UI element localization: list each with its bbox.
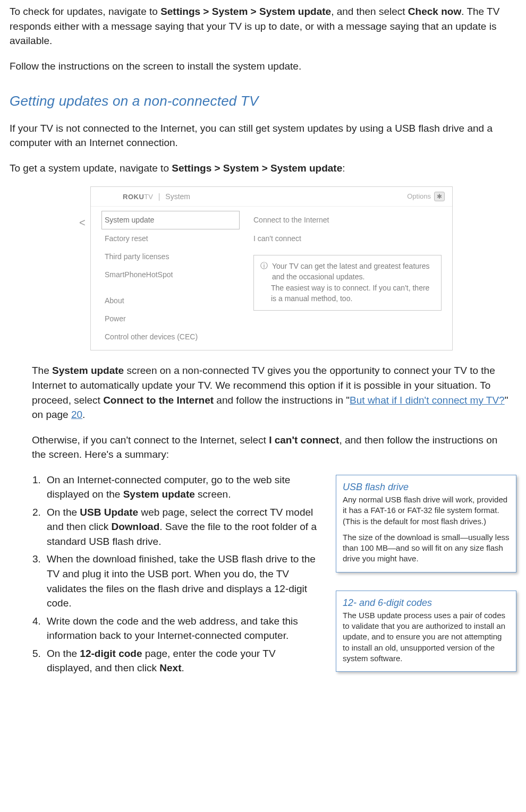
tv-left-menu: System update Factory reset Third party … [91, 207, 240, 350]
tv-right-pane: Connect to the Internet I can't connect … [240, 207, 452, 350]
callout-text: Any normal USB flash drive will work, pr… [343, 494, 510, 527]
cross-ref-link[interactable]: But what if I didn't connect my TV? [350, 395, 505, 406]
step-3: When the download finished, take the USB… [44, 552, 325, 613]
text: : [342, 163, 345, 174]
nav-path: Settings > System > System update [160, 6, 331, 17]
tv-settings-screenshot: ROKUTV | System Options ✱ < System updat… [90, 186, 453, 351]
tv-breadcrumb: ROKUTV | System [123, 191, 190, 202]
tv-options: Options ✱ [407, 192, 445, 202]
nav-path: Settings > System > System update [172, 163, 342, 174]
callout-title: USB flash drive [343, 481, 510, 493]
crumb-system: System [165, 192, 190, 201]
menu-item-third-party: Third party licenses [101, 247, 240, 266]
check-now-label: Check now [408, 6, 461, 17]
text: On the [47, 507, 80, 518]
text: and follow the instructions in " [214, 395, 350, 406]
tv-body: < System update Factory reset Third part… [91, 207, 452, 350]
text-bold: I can't connect [269, 434, 339, 446]
callout-text: The USB update process uses a pair of co… [343, 610, 510, 664]
intro-paragraph-1: To check for updates, navigate to Settin… [10, 4, 516, 48]
callout-text: The size of the download is small—usuall… [343, 532, 510, 565]
callout-usb-flash-drive: USB flash drive Any normal USB flash dri… [336, 475, 516, 572]
text: On the [47, 648, 80, 659]
tv-info-box: ⓘ Your TV can get the latest and greates… [253, 255, 442, 311]
text: . [82, 409, 85, 420]
step-5: On the 12-digit code page, enter the cod… [44, 646, 325, 679]
text: screen. [195, 489, 231, 500]
callout-12-6-codes: 12- and 6-digit codes The USB update pro… [336, 591, 516, 672]
pipe-icon: | [158, 192, 160, 201]
menu-item-cec: Control other devices (CEC) [101, 328, 240, 346]
step-2: On the USB Update web page, select the c… [44, 505, 325, 552]
after-screenshot-paragraph-1: The System update screen on a non-connec… [32, 363, 511, 422]
menu-item-factory-reset: Factory reset [101, 229, 240, 247]
option-cant-connect: I can't connect [253, 229, 442, 247]
step-4: Write down the code and the web address,… [44, 614, 325, 646]
text-bold: System update [123, 489, 195, 500]
brand-thin: TV [144, 193, 153, 201]
text-bold: USB Update [80, 507, 138, 518]
menu-separator [101, 284, 240, 292]
intro-paragraph-2: Follow the instructions on the screen to… [10, 59, 516, 74]
text-bold: Next [159, 662, 181, 673]
tv-topbar: ROKUTV | System Options ✱ [91, 187, 452, 207]
text: Otherwise, if you can't connect to the I… [32, 434, 269, 446]
menu-item-system-update: System update [101, 211, 240, 229]
asterisk-key-icon: ✱ [434, 192, 445, 201]
options-label: Options [407, 192, 431, 202]
text-bold: Download [111, 521, 159, 532]
menu-item-hotspot: SmartPhoneHotSpot [101, 266, 240, 284]
step-1: On an Internet-connected computer, go to… [44, 473, 325, 505]
steps-list: On an Internet-connected computer, go to… [10, 473, 325, 679]
menu-item-about: About [101, 292, 240, 310]
text-bold: System update [52, 365, 124, 376]
text-bold: 12-digit code [80, 648, 142, 659]
info-icon: ⓘ [260, 261, 268, 283]
after-screenshot-paragraph-2: Otherwise, if you can't connect to the I… [32, 433, 511, 462]
menu-item-power: Power [101, 310, 240, 328]
callout-title: 12- and 6-digit codes [343, 596, 510, 609]
nonconn-paragraph-1: If your TV is not connected to the Inter… [10, 121, 516, 150]
info-text-1: Your TV can get the latest and greatest … [272, 261, 435, 283]
text: . [181, 662, 184, 673]
nonconn-paragraph-2: To get a system update, navigate to Sett… [10, 161, 516, 176]
back-chevron-icon: < [79, 215, 86, 230]
section-heading-nonconnected: Getting updates on a non-connected TV [10, 91, 516, 112]
text: To get a system update, navigate to [10, 163, 172, 174]
text: To check for updates, navigate to [10, 6, 160, 17]
brand-bold: ROKU [123, 193, 144, 201]
text: , and then select [331, 6, 408, 17]
page-ref-link[interactable]: 20 [71, 409, 82, 420]
option-connect-internet: Connect to the Internet [253, 211, 442, 229]
text-bold: Connect to the Internet [103, 395, 214, 406]
info-text-2: The easiest way is to connect. If you ca… [260, 283, 435, 304]
text: The [32, 365, 52, 376]
